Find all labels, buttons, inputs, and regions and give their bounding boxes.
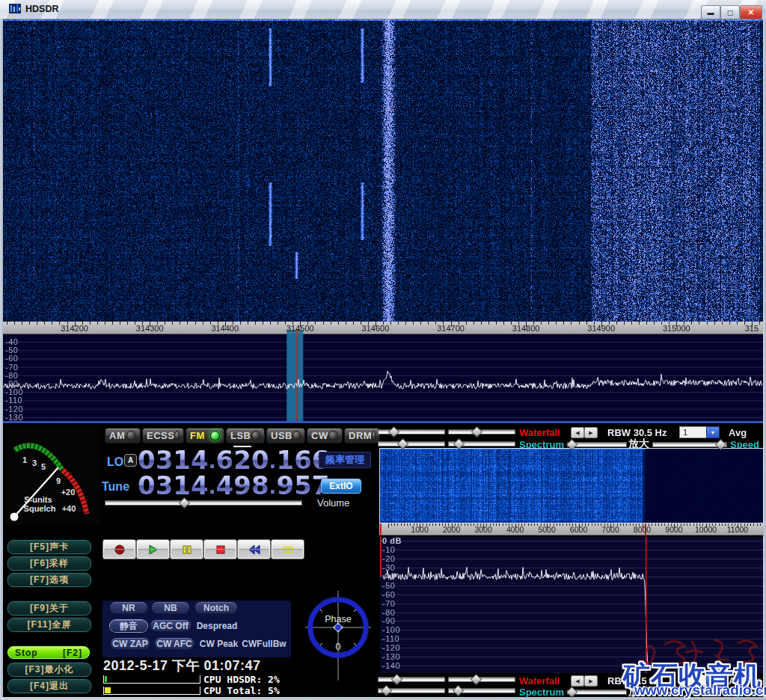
maximize-button[interactable]: ▢ xyxy=(720,5,740,19)
mode-button-lsb[interactable]: LSB xyxy=(226,428,265,443)
mode-button-fm[interactable]: FM xyxy=(186,428,224,443)
slider-thumb-icon[interactable] xyxy=(388,426,400,438)
freq-digit[interactable]: 8 xyxy=(251,473,269,498)
freq-digit[interactable]: 1 xyxy=(276,447,294,473)
dsp-notch[interactable]: Notch xyxy=(195,602,237,614)
spectrum-upper-slider-bottom[interactable] xyxy=(378,686,445,695)
freq-digit[interactable]: 4 xyxy=(216,473,234,498)
dsp-agc-off[interactable]: AGC Off xyxy=(150,620,191,632)
slider-thumb-icon[interactable] xyxy=(566,687,578,699)
zoom-slider-bottom[interactable] xyxy=(567,687,627,696)
left-button-7[interactable]: [F4]退出 xyxy=(7,679,91,693)
mode-button-drm[interactable]: DRM xyxy=(344,428,380,443)
left-button-2[interactable]: [F7]选项 xyxy=(7,573,91,587)
slider-thumb-icon[interactable] xyxy=(453,438,465,450)
waterfall-next-arrow-bottom[interactable]: ▶ xyxy=(584,675,598,687)
pause-button[interactable] xyxy=(170,539,203,559)
waterfall-brightness-slider-bottom[interactable] xyxy=(378,675,445,684)
freq-digit[interactable]: . xyxy=(269,450,277,473)
spectrum-lower-slider-bottom[interactable] xyxy=(448,686,515,695)
freq-digit[interactable]: 0 xyxy=(138,447,156,473)
dropdown-arrow-icon[interactable]: ▼ xyxy=(706,426,720,438)
freq-digit[interactable]: 6 xyxy=(294,447,312,473)
mode-button-ecss[interactable]: ECSS xyxy=(142,428,184,443)
slider-thumb-icon[interactable] xyxy=(397,438,409,450)
extio-button[interactable]: ExtIO xyxy=(321,479,361,494)
rf-frequency-scale[interactable]: 3142003143003144003145003146003147003148… xyxy=(3,322,763,334)
rf-spectrum-canvas[interactable] xyxy=(3,334,763,421)
mode-button-usb[interactable]: USB xyxy=(266,428,305,443)
freq-digit[interactable]: 5 xyxy=(294,473,312,498)
audio-frequency-scale[interactable]: 1000200030004000500060007000800090001000… xyxy=(379,524,764,535)
waterfall-brightness-slider-top[interactable] xyxy=(378,427,445,436)
zoom-slider-top[interactable] xyxy=(567,440,627,449)
audio-waterfall[interactable] xyxy=(379,448,764,524)
left-button-4[interactable]: [F11]全屏 xyxy=(7,618,91,632)
loop-button[interactable] xyxy=(271,539,304,559)
minimize-button[interactable]: ▬ xyxy=(701,5,720,19)
speed-slider-top[interactable] xyxy=(652,440,727,449)
dsp-静音[interactable]: 静音 xyxy=(110,620,147,632)
mode-button-cw[interactable]: CW xyxy=(307,428,343,443)
spectrum-upper-slider-top[interactable] xyxy=(378,439,445,448)
freq-digit[interactable]: 4 xyxy=(191,447,209,473)
play-button[interactable] xyxy=(136,539,170,559)
lo-frequency-display[interactable]: 0314.620.166 xyxy=(138,447,330,473)
freq-digit[interactable]: 1 xyxy=(173,473,191,498)
slider-thumb-icon[interactable] xyxy=(179,497,191,509)
s-meter[interactable]: 1 3 5 9 +20 +40 S-units Squelch xyxy=(4,425,100,525)
mode-button-am[interactable]: AM xyxy=(105,428,141,443)
record-button[interactable] xyxy=(102,539,136,559)
left-button-3[interactable]: [F9]关于 xyxy=(7,601,91,615)
dsp-nb[interactable]: NB xyxy=(152,602,189,614)
audio-waterfall-canvas[interactable] xyxy=(380,449,763,523)
freq-digit[interactable]: 2 xyxy=(233,446,251,473)
dsp-despread[interactable]: Despread xyxy=(193,620,241,632)
close-button[interactable]: ✕ xyxy=(740,5,762,19)
slider-thumb-icon[interactable] xyxy=(715,439,727,451)
waterfall-prev-arrow-top[interactable]: ◀ xyxy=(571,427,584,438)
left-button-stop[interactable]: Stop[F2] xyxy=(7,646,90,659)
freq-digit[interactable]: 9 xyxy=(233,473,251,498)
freq-digit[interactable]: 6 xyxy=(216,447,234,473)
freq-digit[interactable]: 3 xyxy=(156,447,174,473)
slider-thumb-icon[interactable] xyxy=(453,685,465,697)
dsp-cwfullbw[interactable]: CWFullBw xyxy=(242,638,287,650)
spectrum-lower-slider-top[interactable] xyxy=(448,439,515,448)
slider-thumb-icon[interactable] xyxy=(566,439,578,451)
waterfall-contrast-slider-bottom[interactable] xyxy=(448,675,515,684)
avg-dropdown-top[interactable]: 1 ▼ xyxy=(679,426,720,438)
slider-thumb-icon[interactable] xyxy=(381,685,393,697)
rewind-button[interactable] xyxy=(237,539,271,559)
freq-digit[interactable]: 0 xyxy=(251,447,269,473)
volume-slider[interactable] xyxy=(105,498,302,507)
dsp-nr[interactable]: NR xyxy=(110,602,147,614)
freq-digit[interactable]: . xyxy=(209,476,216,498)
freq-digit[interactable]: 4 xyxy=(191,473,209,498)
freq-digit[interactable]: . xyxy=(209,450,216,473)
rf-waterfall-canvas[interactable] xyxy=(3,19,763,322)
rf-spectrum[interactable]: -40-50-60-70-80-90-100-110-120-130 xyxy=(3,334,763,421)
dsp-cw-afc[interactable]: CW AFC xyxy=(155,638,194,650)
left-button-0[interactable]: [F5]声卡 xyxy=(7,540,91,554)
slider-thumb-icon[interactable] xyxy=(471,674,482,686)
slider-thumb-icon[interactable] xyxy=(391,674,403,686)
freq-digit[interactable]: . xyxy=(269,476,277,498)
waterfall-contrast-slider-top[interactable] xyxy=(448,427,515,436)
left-button-1[interactable]: [F6]采样 xyxy=(7,556,91,571)
dsp-cw-peak[interactable]: CW Peak xyxy=(197,638,240,650)
waterfall-prev-arrow-bottom[interactable]: ◀ xyxy=(571,675,584,687)
left-button-6[interactable]: [F3]最小化 xyxy=(7,663,91,677)
freq-digit[interactable]: 9 xyxy=(276,473,294,498)
dsp-cw-zap[interactable]: CW ZAP xyxy=(111,638,150,650)
tune-frequency-display[interactable]: 0314.498.957 xyxy=(138,473,330,498)
frequency-manager-button[interactable]: 频率管理 xyxy=(319,452,371,468)
freq-digit[interactable]: 0 xyxy=(138,473,156,498)
freq-digit[interactable]: 3 xyxy=(156,473,174,498)
freq-digit[interactable]: 1 xyxy=(173,447,191,473)
waterfall-next-arrow-top[interactable]: ▶ xyxy=(584,427,598,438)
title-bar[interactable]: HDSDR ▬ ▢ ✕ xyxy=(0,0,766,19)
stop-button[interactable] xyxy=(203,539,237,559)
slider-thumb-icon[interactable] xyxy=(471,426,483,438)
lo-auto-button[interactable]: A xyxy=(124,454,137,467)
